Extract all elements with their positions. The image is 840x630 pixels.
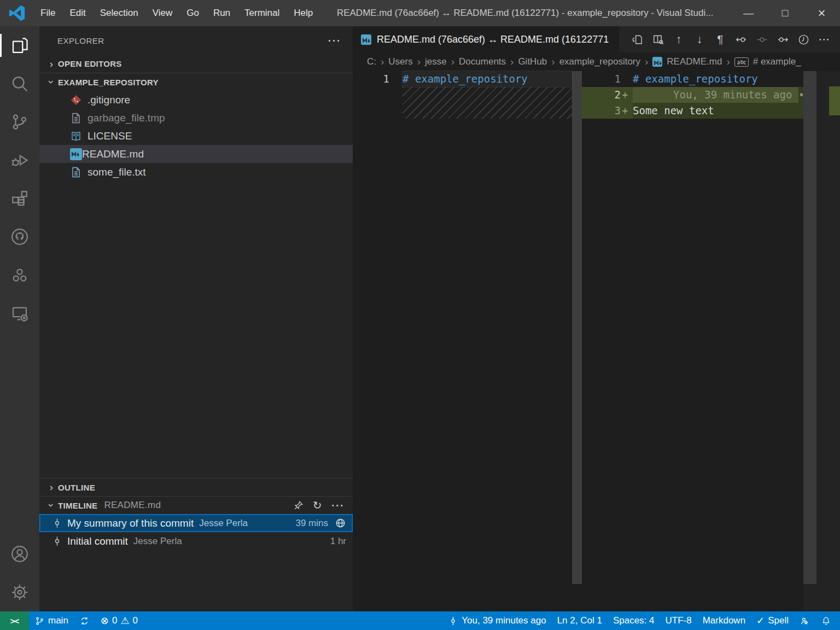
open-previous-revision-icon[interactable] [732,30,750,49]
book-icon [70,130,82,142]
inline-view-icon[interactable] [649,30,667,49]
cursor-position: Ln 2, Col 1 [557,615,602,626]
chevron-right-icon: › [726,56,730,68]
run-debug-icon[interactable] [0,141,39,179]
refresh-icon[interactable]: ↻ [313,499,322,512]
right-editor-scrollbar[interactable] [803,71,816,584]
breadcrumb-item[interactable]: example_repository [559,56,640,67]
activity-bar [0,26,39,611]
extensions-icon[interactable] [0,179,39,218]
file-row-some-file[interactable]: some_file.txt [39,163,353,181]
timeline-empty-space [39,550,353,611]
inline-blame-annotation: You, 39 minutes ago • [673,87,804,103]
section-timeline[interactable]: › TIMELINE README.md ↻ ⋯ [39,496,353,514]
whitespace-icon[interactable]: ¶ [711,30,730,49]
indentation: Spaces: 4 [613,615,655,626]
git-commit-icon [448,616,458,626]
commit-time: 1 hr [330,536,346,547]
minimize-button[interactable]: — [730,0,767,26]
title-bar: File Edit Selection View Go Run Terminal… [0,0,840,26]
section-outline[interactable]: › OUTLINE [39,478,353,496]
menu-help[interactable]: Help [287,0,320,26]
menu-file[interactable]: File [33,0,62,26]
search-icon[interactable] [0,65,39,103]
organizations-icon[interactable] [0,256,39,294]
bell-icon [821,616,831,626]
indentation-item[interactable]: Spaces: 4 [608,611,660,630]
commit-time: 39 mins [295,518,328,529]
section-workspace[interactable]: › EXAMPLE_REPOSITORY [39,73,353,91]
spell-checker-item[interactable]: ✓ Spell [751,611,794,630]
branch-status-item[interactable]: main [29,611,74,630]
menu-go[interactable]: Go [179,0,206,26]
blame-text: You, 39 minutes ago [462,615,546,626]
menu-terminal[interactable]: Terminal [237,0,287,26]
file-row-garbage-file[interactable]: garbage_file.tmp [39,109,353,127]
feedback-item[interactable] [794,611,815,630]
cursor-position-item[interactable]: Ln 2, Col 1 [552,611,608,630]
chevron-right-icon: › [451,56,454,68]
left-missing-lines-hatch [402,87,572,119]
blame-status-item[interactable]: You, 39 minutes ago [442,611,551,630]
section-open-editors[interactable]: › OPEN EDITORS [39,55,353,73]
next-change-icon[interactable]: ↓ [690,30,709,49]
breadcrumb-item[interactable]: # example_ [753,56,801,67]
sidebar-header: EXPLORER ⋯ [39,26,353,55]
swap-sides-icon[interactable] [628,30,646,49]
menu-run[interactable]: Run [206,0,237,26]
chevron-right-icon: › [45,481,58,493]
notifications-item[interactable] [815,611,837,630]
markdown-icon [652,57,662,67]
settings-gear-icon[interactable] [0,573,39,611]
right-line-number: 3 [582,103,621,119]
left-code-line[interactable]: # example_repository [402,71,528,87]
source-control-icon[interactable] [0,103,39,141]
breadcrumb-item[interactable]: Users [388,56,412,67]
remote-explorer-icon[interactable] [0,294,39,332]
breadcrumb-item[interactable]: C: [367,56,376,67]
breadcrumb-item[interactable]: Documents [459,56,506,67]
commit-author: Jesse Perla [199,518,248,529]
language-mode-item[interactable]: Markdown [697,611,751,630]
right-code-line[interactable]: Some new text [633,103,714,119]
open-next-revision-icon[interactable] [773,30,792,49]
timeline-clock-icon[interactable] [794,30,813,49]
timeline-more-actions-icon[interactable]: ⋯ [331,500,344,511]
encoding-item[interactable]: UTF-8 [660,611,697,630]
chevron-down-icon: › [45,75,57,89]
pin-icon[interactable] [293,500,304,511]
problems-status-item[interactable]: ⊗ 0 ⚠ 0 [95,611,143,630]
explorer-icon[interactable] [0,26,39,65]
timeline-commit-row[interactable]: My summary of this commit Jesse Perla 39… [39,514,353,532]
timeline-commit-row[interactable]: Initial commit Jesse Perla 1 hr [39,532,353,550]
chevron-right-icon: › [381,56,384,68]
breadcrumb-item[interactable]: GitHub [518,56,547,67]
maximize-button[interactable]: □ [767,0,803,26]
right-code-line[interactable]: # example_repository [633,71,758,87]
close-button[interactable]: × [803,0,840,26]
status-bar: >< main ⊗ 0 ⚠ 0 You, 39 minutes ago Ln 2… [0,611,840,630]
previous-change-icon[interactable]: ↑ [669,30,688,49]
more-actions-icon[interactable]: ⋯ [815,30,833,49]
explorer-more-actions-icon[interactable]: ⋯ [328,35,341,46]
file-row-gitignore[interactable]: .gitignore [39,91,353,109]
github-icon[interactable] [0,218,39,256]
commit-title: Initial commit [67,535,128,547]
remote-indicator[interactable]: >< [0,611,29,630]
menu-edit[interactable]: Edit [62,0,92,26]
file-row-license[interactable]: LICENSE [39,127,353,145]
menu-selection[interactable]: Selection [93,0,145,26]
file-row-readme[interactable]: README.md [39,145,353,163]
language-mode: Markdown [703,615,745,626]
breadcrumb-item[interactable]: README.md [667,56,722,67]
breadcrumb-item[interactable]: jesse [425,56,447,67]
sync-status-item[interactable] [74,611,95,630]
account-icon[interactable] [0,535,39,573]
left-editor-scrollbar[interactable] [572,71,582,584]
menu-view[interactable]: View [145,0,180,26]
diff-tab[interactable]: README.md (76ac66ef) ↔ README.md (161227… [353,26,619,52]
warning-count: 0 [133,615,138,626]
breadcrumbs: C:› Users› jesse› Documents› GitHub› exa… [353,52,840,71]
diff-editor[interactable]: 1 # example_repository 1 2 + 3 + # examp… [353,71,840,611]
timeline-label: TIMELINE [58,501,97,510]
